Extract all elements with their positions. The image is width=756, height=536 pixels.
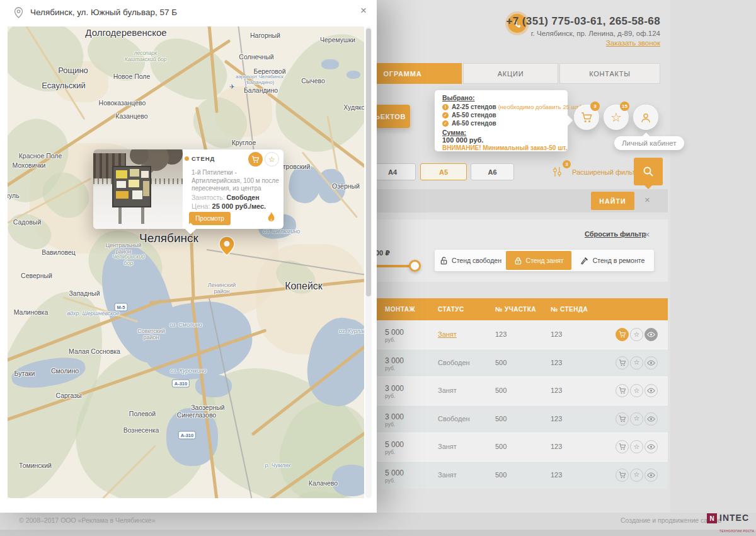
toggle-stand-free[interactable]: Стенд свободен (438, 251, 503, 270)
advanced-filter-badge: 3 (563, 160, 571, 168)
cell-stand-number: 123 (551, 471, 562, 479)
chip-label: А5 (439, 168, 448, 176)
map-label: Круглое (232, 139, 256, 146)
table-row: 3 000руб.Свободен500123☆ (353, 349, 668, 377)
intec-logo-mark: N (707, 513, 717, 523)
map-label: вдхр. Шершнёвское (67, 310, 120, 317)
selection-item-note: (необходимо добавить 25 шт.) (498, 103, 582, 110)
cell-stand-number: 123 (551, 443, 562, 450)
map-label: Вознесенка (123, 426, 159, 434)
phone-number: +7 (351) 775-03-61, 265-58-68 (506, 15, 660, 28)
selection-item: ✓А6-50 стендов (442, 119, 563, 127)
cart-icon (581, 112, 593, 123)
stand-popup: СТЕНД ☆ 1-й Пятилетки - Артиллерийская, … (93, 149, 284, 229)
star-icon[interactable]: ☆ (630, 440, 643, 453)
intec-logo-name: INTEC (719, 513, 749, 523)
table-row: 5 000руб.Занят500123☆ (353, 461, 668, 489)
map-label: Бутаки (14, 370, 35, 377)
map-label: лесопарк Каштакский бор (125, 50, 167, 63)
tab-contacts[interactable]: КОНТАКТЫ (559, 63, 660, 84)
stand-photo[interactable] (93, 149, 183, 229)
size-chip-a5[interactable]: А5 (420, 163, 467, 180)
table-row: 3 000руб.Свободен500123☆ (353, 405, 668, 433)
toggle-label: Стенд в ремонте (593, 257, 645, 264)
photo-trees (130, 149, 149, 165)
map-lake (321, 59, 339, 69)
map-label: Западный (69, 289, 100, 297)
toggle-stand-busy[interactable]: Стенд занят (506, 251, 571, 270)
star-icon[interactable]: ☆ (630, 469, 643, 482)
map-label: Копейск (285, 281, 323, 292)
modal-title: Челябинск, ул. Южный бульвар, 57 Б (30, 8, 177, 17)
selection-panel: Выбрано: !А2-25 стендов(необходимо добав… (435, 90, 568, 151)
screen: +7 (351) 775-03-61, 265-58-68 г. Челябин… (0, 0, 756, 536)
star-icon[interactable]: ☆ (630, 412, 643, 426)
view-button[interactable]: Просмотр (189, 212, 231, 225)
eye-icon[interactable] (644, 384, 658, 397)
cell-status[interactable]: Занят (438, 330, 457, 338)
eye-icon[interactable] (644, 356, 658, 370)
star-icon[interactable]: ☆ (630, 328, 643, 341)
map-label: Малая Сосновка (69, 347, 120, 355)
reset-filter-link[interactable]: Сбросить фильтр (585, 230, 646, 238)
search-input[interactable] (384, 193, 617, 209)
row-actions: ☆ (616, 469, 658, 482)
cart-badge: 3 (590, 102, 600, 111)
map-canvas[interactable]: ДолгодеревенскоеНагорныйЧеремушкиРощинол… (8, 26, 364, 498)
price-value: 25 000 руб./мес. (212, 202, 266, 210)
cart-icon[interactable] (616, 356, 629, 370)
cart-icon[interactable] (616, 412, 629, 426)
map-marker[interactable] (219, 236, 235, 259)
intec-logo[interactable]: N INTEC ТЕХНОЛОГИИ РОСТА (707, 512, 754, 535)
filter-close-icon[interactable]: × (644, 230, 650, 239)
search-close-icon[interactable]: × (644, 195, 650, 204)
size-chip-a6[interactable]: А6 (471, 163, 514, 180)
price-slider-handle[interactable] (409, 260, 421, 272)
table-header-cell: МОНТАЖ (385, 306, 415, 313)
star-icon[interactable]: ☆ (630, 384, 643, 397)
cart-icon[interactable] (616, 469, 629, 482)
footer-bottom-strip (0, 530, 756, 536)
map-label: Томинский (19, 462, 52, 469)
tab-promos[interactable]: АКЦИИ (463, 63, 558, 84)
map-label: Новое Поле (113, 73, 151, 80)
account-tooltip-label: Личный кабинет (622, 139, 677, 147)
eye-icon[interactable] (644, 469, 658, 482)
modal-close-icon[interactable]: × (360, 4, 367, 17)
map-scrollbar-thumb[interactable] (366, 28, 371, 296)
eye-icon[interactable] (644, 328, 658, 341)
popup-favorite-button[interactable]: ☆ (265, 152, 279, 166)
find-button[interactable]: НАЙТИ (591, 192, 634, 210)
map-label: Казанцево (115, 112, 147, 120)
star-icon[interactable]: ☆ (630, 356, 643, 370)
cart-icon[interactable] (616, 384, 629, 397)
copyright: © 2008–2017 ООО «Реклама в Челябинске» (19, 516, 156, 524)
account-button[interactable] (633, 105, 658, 130)
search-button[interactable] (634, 158, 663, 185)
cell-install-price: 5 000руб. (385, 440, 404, 455)
callback-link[interactable]: Заказать звонок (606, 39, 660, 47)
toggle-stand-repair[interactable]: Стенд в ремонте (574, 251, 651, 270)
photo-stand-leg (118, 207, 122, 224)
map-label: Черемушки (320, 36, 355, 44)
map-label: Синеглазово (177, 411, 216, 419)
map-label: Саргазы (55, 392, 81, 399)
row-actions: ☆ (616, 440, 658, 453)
eye-icon[interactable] (644, 440, 658, 453)
sum-value: 100 000 руб. (442, 136, 563, 144)
cell-status: Занят (438, 443, 457, 450)
popup-cart-button[interactable] (248, 152, 263, 166)
selection-items: !А2-25 стендов(необходимо добавить 25 шт… (442, 103, 563, 127)
lock-open-icon (440, 257, 448, 265)
map-label: оз. Курлады (339, 328, 364, 334)
cart-icon[interactable] (616, 328, 629, 341)
map-label: оз. Смолино (169, 322, 202, 328)
advanced-filter-link[interactable]: Расширеный фильтр (572, 168, 639, 176)
eye-icon[interactable] (644, 412, 658, 426)
road-badge: М-5 (115, 303, 128, 312)
advanced-filter-icon[interactable] (552, 165, 564, 178)
cart-icon[interactable] (616, 440, 629, 453)
cell-stand-number: 123 (551, 330, 562, 338)
table-header-row: МОНТАЖСТАТУС№ УЧАСТКА№ СТЕНДА (353, 298, 668, 320)
map-label: Нагорный (250, 32, 280, 39)
